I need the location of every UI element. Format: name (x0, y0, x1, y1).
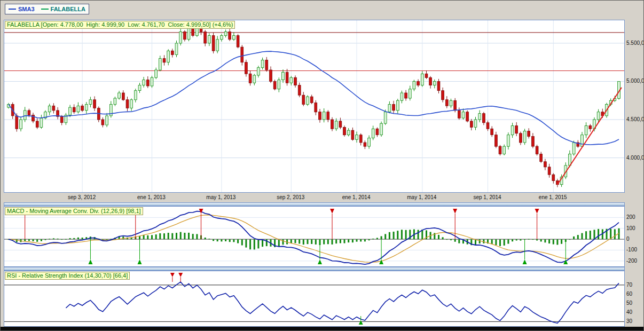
sell-arrow (330, 209, 334, 214)
y-axis-label: -100 (626, 247, 637, 253)
y-axis-label: 200 (626, 214, 635, 220)
y-axis-label: 40 (626, 309, 632, 315)
x-axis-label: ene 1, 2013 (130, 194, 172, 200)
price-panel-title: FALABELLA [Open: 4.778,00 High: 4.999,90… (5, 21, 235, 29)
chart-window: SMA3FALABELLA FALABELLA [Open: 4.778,00 … (0, 0, 644, 331)
macd-line (9, 211, 619, 265)
buy-arrow (318, 259, 322, 264)
buy-arrow (359, 320, 363, 325)
x-axis-label: may 1, 2013 (200, 194, 242, 200)
buy-arrow (88, 259, 92, 264)
y-axis-label: 4.000,0 (626, 155, 644, 161)
legend-item-sma3[interactable]: SMA3 (9, 6, 35, 12)
panel-splitter[interactable] (4, 202, 625, 206)
macd-y-axis: 2001000-100-200 (626, 206, 643, 267)
macd-panel: MACD - Moving Average Conv. Div. (12,26,… (4, 206, 625, 267)
sell-arrow (178, 273, 183, 277)
y-axis-label: 5.000,0 (626, 78, 644, 84)
rsi-panel: RSI - Relative Strength Index (14,30,70)… (4, 271, 625, 327)
x-axis: sep 3, 2012ene 1, 2013may 1, 2013sep 2, … (4, 193, 625, 202)
x-axis-label: ene 1, 2014 (335, 194, 378, 200)
sma-line (9, 51, 619, 145)
y-axis-label: 30 (626, 318, 632, 324)
y-axis-label: 5.500,0 (626, 40, 644, 46)
x-axis-label: ene 1, 2015 (531, 194, 574, 200)
y-axis-label: 70 (626, 282, 632, 288)
rsi-line (66, 282, 619, 323)
panel-splitter[interactable] (4, 267, 625, 271)
buy-arrow (523, 259, 527, 264)
y-axis-label: -200 (626, 258, 637, 264)
y-axis-label: 0 (626, 236, 630, 242)
macd-panel-title: MACD - Moving Average Conv. Div. (12,26,… (5, 207, 143, 215)
x-axis-label: sep 1, 2014 (466, 194, 509, 200)
buy-arrow (379, 259, 383, 264)
price-panel: FALABELLA [Open: 4.778,00 High: 4.999,90… (4, 20, 625, 193)
legend-item-label: SMA3 (18, 6, 35, 12)
rsi-panel-title: RSI - Relative Strength Index (14,30,70)… (5, 272, 130, 280)
y-axis-label: 60 (626, 291, 632, 297)
y-axis-label: 100 (626, 225, 635, 231)
price-y-axis: 5.500,05.000,04.500,04.000,0 (626, 20, 643, 193)
sell-arrow (535, 209, 539, 214)
y-axis-label: 4.500,0 (626, 116, 644, 122)
legend-item-label: FALABELLA (51, 6, 85, 12)
x-axis-label: may 1, 2014 (400, 194, 443, 200)
x-axis-label: sep 2, 2013 (269, 194, 312, 200)
macd-histogram (8, 228, 620, 250)
legend-line-swatch (9, 9, 16, 10)
trend-line (557, 88, 622, 185)
buy-arrow (137, 259, 142, 264)
macd-chart-canvas[interactable] (4, 207, 624, 266)
legend-line-swatch (41, 9, 49, 10)
legend-item-falabella[interactable]: FALABELLA (41, 6, 85, 12)
sell-arrow (170, 273, 175, 277)
x-axis-label: sep 3, 2012 (60, 194, 103, 200)
y-axis-label: 50 (626, 300, 632, 306)
price-chart-canvas[interactable] (4, 20, 624, 192)
sell-arrow (453, 209, 457, 214)
legend: SMA3FALABELLA (5, 4, 89, 14)
bottom-bar (1, 327, 644, 331)
candles-group (7, 20, 621, 187)
macd-signal-line (9, 215, 619, 263)
rsi-y-axis: 7060504030 (626, 271, 643, 327)
